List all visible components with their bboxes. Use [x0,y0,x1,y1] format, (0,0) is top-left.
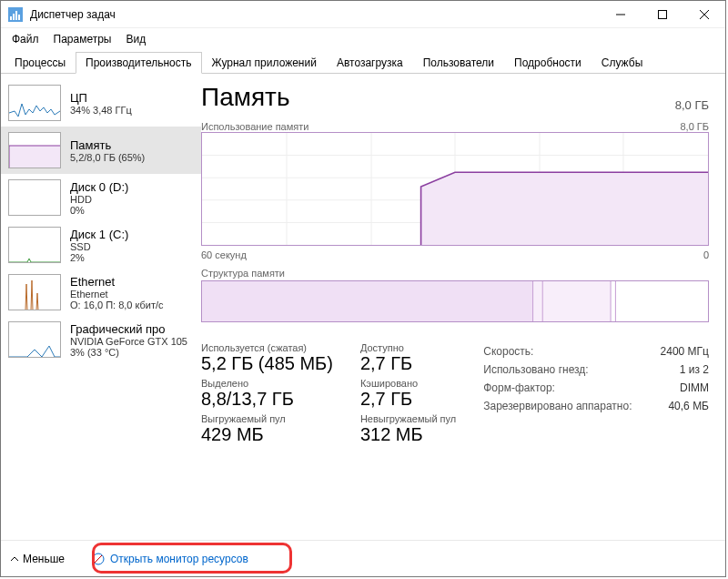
menu-file[interactable]: Файл [6,31,45,47]
tabs: Процессы Производительность Журнал прило… [1,50,725,74]
svg-rect-21 [533,281,612,321]
chart1-xleft: 60 секунд [201,249,247,260]
kv-val: DIMM [680,379,709,397]
sidebar-item-ethernet[interactable]: EthernetEthernetО: 16,0 П: 8,0 кбит/с [1,269,201,316]
kv-val: 40,6 МБ [668,397,709,415]
stat-label: Выгружаемый пул [201,413,333,424]
tab-details[interactable]: Подробности [504,52,592,73]
stat-value: 312 МБ [360,424,456,445]
gpu-thumb [8,321,61,358]
memory-composition-chart [201,280,709,322]
memory-usage-chart [201,132,709,246]
sidebar-item-gpu[interactable]: Графический проNVIDIA GeForce GTX 1053% … [1,316,201,363]
menu-view[interactable]: Вид [120,31,151,47]
svg-rect-4 [18,15,20,20]
window-title: Диспетчер задач [30,8,600,21]
stat-label: Используется (сжатая) [201,342,333,353]
sidebar: ЦП34% 3,48 ГГц Память5,2/8,0 ГБ (65%) Ди… [1,74,201,540]
svg-rect-6 [659,10,667,18]
svg-line-27 [95,555,102,563]
task-manager-window: Диспетчер задач Файл Параметры Вид Проце… [0,0,726,577]
menubar: Файл Параметры Вид [1,28,725,50]
sidebar-item-label: Диск 1 (C:) [70,228,128,241]
stat-label: Кэшировано [360,378,456,389]
minimize-button[interactable] [600,1,642,28]
svg-rect-2 [13,14,15,20]
sidebar-item-label: Диск 0 (D:) [70,180,128,194]
tab-startup[interactable]: Автозагрузка [327,52,413,73]
main-panel: Память 8,0 ГБ Использование памяти 8,0 Г… [201,74,725,540]
disk1-thumb [8,227,61,263]
tab-app-history[interactable]: Журнал приложений [202,52,327,73]
titlebar[interactable]: Диспетчер задач [1,1,725,28]
fewer-details-button[interactable]: Меньше [10,553,65,565]
chevron-up-icon [10,554,19,564]
sidebar-item-label: Память [70,138,145,152]
sidebar-item-label: Графический про [70,322,187,336]
memory-thumb [8,132,61,168]
kv-key: Использовано гнезд: [483,361,638,379]
stat-label: Выделено [201,378,333,389]
svg-marker-19 [421,172,708,245]
footer: Меньше Открыть монитор ресурсов [1,540,725,576]
sidebar-item-cpu[interactable]: ЦП34% 3,48 ГГц [1,79,201,127]
stat-value: 429 МБ [201,424,333,445]
menu-options[interactable]: Параметры [48,31,117,47]
sidebar-item-disk1[interactable]: Диск 1 (C:)SSD2% [1,221,201,269]
tab-performance[interactable]: Производительность [76,52,201,74]
kv-key: Форм-фактор: [483,379,638,397]
kv-key: Скорость: [483,342,638,361]
svg-rect-3 [15,11,17,20]
ethernet-thumb [8,274,61,310]
stat-value: 2,7 ГБ [360,389,456,410]
chart1-label-right: 8,0 ГБ [680,121,709,132]
chart1-xright: 0 [703,249,709,260]
close-button[interactable] [683,1,725,28]
sidebar-item-disk0[interactable]: Диск 0 (D:)HDD0% [1,174,201,221]
page-title: Память [201,83,290,112]
stat-label: Невыгружаемый пул [360,413,456,424]
chart1-label: Использование памяти [201,121,308,132]
disk0-thumb [8,179,61,216]
sidebar-item-label: ЦП [70,91,132,105]
memory-total: 8,0 ГБ [675,98,709,112]
app-icon [8,7,23,22]
svg-rect-1 [10,16,12,20]
cpu-thumb [8,85,61,121]
stats: Используется (сжатая)5,2 ГБ (485 МБ) Выд… [201,342,709,449]
svg-rect-9 [9,146,61,168]
stat-label: Доступно [360,342,456,353]
tab-processes[interactable]: Процессы [5,52,76,73]
maximize-button[interactable] [642,1,683,28]
sidebar-item-memory[interactable]: Память5,2/8,0 ГБ (65%) [1,127,201,174]
stat-value: 8,8/13,7 ГБ [201,389,333,410]
stat-value: 2,7 ГБ [360,353,456,374]
chart2-label: Структура памяти [201,268,709,279]
sidebar-item-label: Ethernet [70,275,164,289]
tab-services[interactable]: Службы [592,52,652,73]
stat-value: 5,2 ГБ (485 МБ) [201,353,333,374]
svg-rect-20 [202,281,533,321]
resource-monitor-icon [92,553,105,565]
kv-val: 1 из 2 [680,361,709,379]
open-resource-monitor-link[interactable]: Открыть монитор ресурсов [92,553,248,565]
tab-users[interactable]: Пользователи [413,52,504,73]
kv-val: 2400 МГц [661,342,709,361]
kv-key: Зарезервировано аппаратно: [483,397,638,415]
